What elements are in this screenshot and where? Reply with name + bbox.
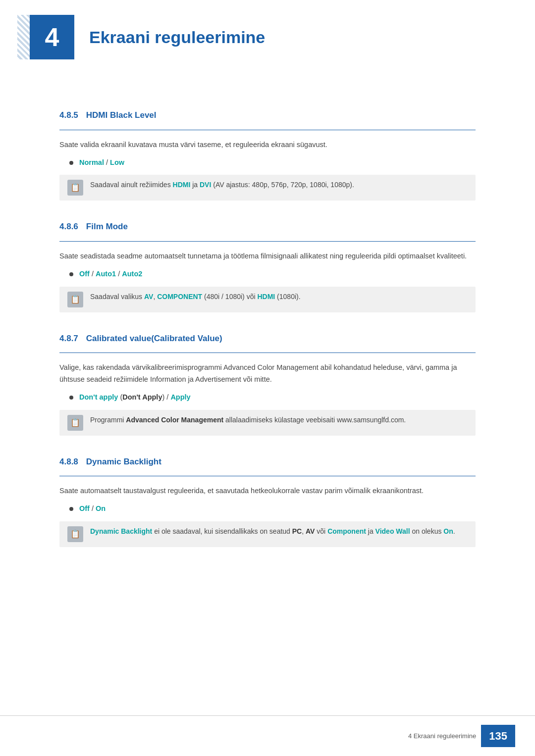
section-title-4.8.7: Calibrated value(Calibrated Value) [86,332,222,345]
section-title-4.8.8: Dynamic Backlight [86,455,161,468]
bullet-item-4.8.6-0: Off / Auto1 / Auto2 [69,269,476,280]
section-divider-4.8.6 [59,241,476,242]
section-divider-4.8.5 [59,130,476,130]
bullet-dot [69,396,73,400]
note-text-4.8.6: Saadaval valikus AV, COMPONENT (480i / 1… [90,292,301,302]
chapter-title: Ekraani reguleerimine [89,25,265,50]
section-heading-4.8.6: 4.8.6 Film Mode [59,220,476,233]
section-divider-4.8.8 [59,476,476,476]
note-text-4.8.5: Saadaval ainult režiimides HDMI ja DVI (… [90,180,354,191]
page-header: 4 Ekraani reguleerimine [0,0,535,79]
bullet-text-4.8.6-0: Off / Auto1 / Auto2 [79,269,142,280]
note-icon-4.8.7 [67,415,83,431]
bullet-dot [69,507,73,511]
section-heading-4.8.5: 4.8.5 HDMI Black Level [59,109,476,122]
chapter-number: 4 [45,18,59,56]
section-title-4.8.5: HDMI Black Level [86,109,157,122]
page-number-box: 135 [481,725,515,747]
section-divider-4.8.7 [59,353,476,353]
section-number-4.8.7: 4.8.7 [59,332,78,345]
main-content: 4.8.5 HDMI Black Level Saate valida ekra… [0,79,535,594]
note-text-4.8.7: Programmi Advanced Color Management alla… [90,415,406,426]
section-body-4.8.8: Saate automaatselt taustavalgust regulee… [59,485,476,497]
section-title-4.8.6: Film Mode [86,220,128,233]
section-body-4.8.6: Saate seadistada seadme automaatselt tun… [59,251,476,262]
bullet-item-4.8.7-0: Don't apply (Don't Apply) / Apply [69,392,476,403]
note-box-4.8.6: Saadaval valikus AV, COMPONENT (480i / 1… [59,287,476,312]
chapter-number-box: 4 [30,15,74,59]
bullet-item-4.8.8-0: Off / On [69,504,476,514]
note-icon-4.8.6 [67,292,83,307]
note-box-4.8.7: Programmi Advanced Color Management alla… [59,410,476,436]
note-text-4.8.8: Dynamic Backlight ei ole saadaval, kui s… [90,526,455,537]
section-heading-4.8.7: 4.8.7 Calibrated value(Calibrated Value) [59,332,476,345]
note-icon-4.8.8 [67,526,83,542]
section-heading-4.8.8: 4.8.8 Dynamic Backlight [59,455,476,468]
bullet-text-4.8.5-0: Normal / Low [79,157,124,168]
bullet-dot [69,272,73,276]
note-box-4.8.5: Saadaval ainult režiimides HDMI ja DVI (… [59,175,476,201]
bullet-dot [69,161,73,165]
section-number-4.8.8: 4.8.8 [59,455,78,468]
section-body-4.8.5: Saate valida ekraanil kuvatava musta vär… [59,139,476,151]
bullet-item-4.8.5-0: Normal / Low [69,157,476,168]
note-icon-4.8.5 [67,180,83,196]
bullet-text-4.8.7-0: Don't apply (Don't Apply) / Apply [79,392,191,403]
note-box-4.8.8: Dynamic Backlight ei ole saadaval, kui s… [59,521,476,547]
bullet-text-4.8.8-0: Off / On [79,504,106,514]
section-number-4.8.5: 4.8.5 [59,109,78,122]
footer-chapter-label: 4 Ekraani reguleerimine [408,731,476,741]
section-number-4.8.6: 4.8.6 [59,220,78,233]
page-footer: 4 Ekraani reguleerimine 135 [0,715,535,756]
section-body-4.8.7: Valige, kas rakendada värvikalibreerimis… [59,362,476,385]
page-number: 135 [489,728,507,744]
